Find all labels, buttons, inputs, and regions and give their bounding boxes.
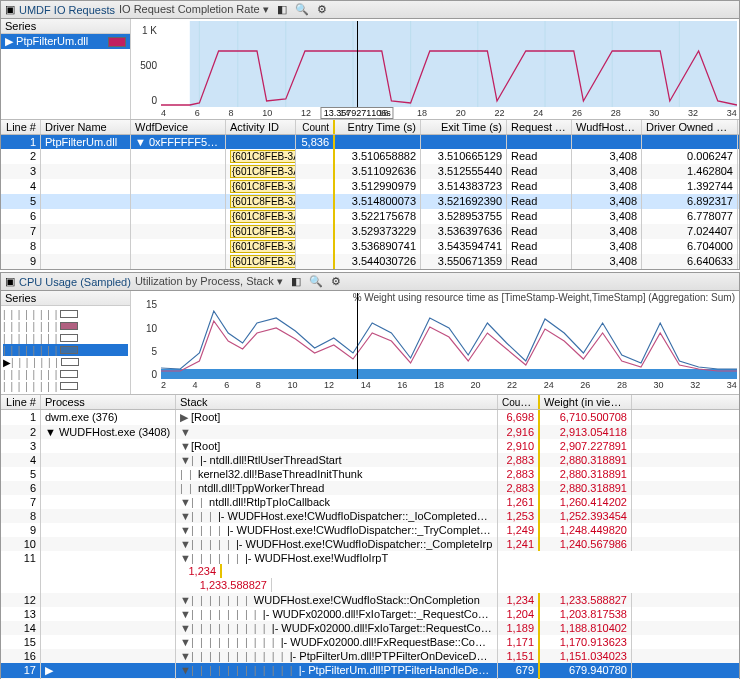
- col-hdr[interactable]: WudfHost PID: [572, 120, 642, 134]
- legend-row[interactable]: | | | | | | | |: [3, 368, 128, 380]
- search-icon[interactable]: 🔍: [295, 3, 309, 17]
- chart-icon[interactable]: ◧: [275, 3, 289, 17]
- svg-rect-0: [190, 21, 737, 107]
- col-hdr[interactable]: Stack: [176, 395, 498, 409]
- chart-io-rate[interactable]: Count per Second using resource time as …: [131, 19, 739, 119]
- col-hdr[interactable]: Driver Owned Duration (ms): [642, 120, 738, 134]
- y-tick: 15: [146, 299, 157, 310]
- table-row[interactable]: 11▼ | | | | | | |- WUDFHost.exe!WudfIoIr…: [1, 551, 739, 593]
- y-tick: 0: [151, 94, 157, 105]
- table-row[interactable]: 5{601C8FEB-3A8E-0...3.5148000733.5216923…: [1, 194, 739, 209]
- y-tick: 10: [146, 322, 157, 333]
- col-hdr[interactable]: Line #: [1, 120, 41, 134]
- series-item-ptpfilter[interactable]: ▶ PtpFilterUm.dll: [1, 34, 130, 49]
- panel-umdf-io: ▣ UMDF IO Requests IO Request Completion…: [0, 0, 740, 270]
- table-row[interactable]: 3▼ [Root]2,9102,907.227891: [1, 439, 739, 453]
- table-row[interactable]: 10▼ | | | | | |- WUDFHost.exe!CWudfIoDis…: [1, 537, 739, 551]
- grid2-body: 1dwm.exe (376)▶ [Root]6,6986,710.5007082…: [1, 410, 739, 679]
- table-row[interactable]: 2{601C8FEB-3A8E-0...3.5106588823.5106651…: [1, 149, 739, 164]
- table-row[interactable]: 4▼ | |- ntdll.dll!RtlUserThreadStart2,88…: [1, 453, 739, 467]
- series-header-2: Series: [1, 291, 130, 306]
- y-tick: 0: [151, 368, 157, 379]
- legend-row[interactable]: | | | | | | | |: [3, 380, 128, 392]
- panel1-subtitle[interactable]: IO Request Completion Rate ▾: [119, 3, 269, 16]
- legend-row[interactable]: ▶ | | | | | | |: [3, 356, 128, 368]
- series-header-1: Series: [1, 19, 130, 34]
- panel1-header[interactable]: ▣ UMDF IO Requests IO Request Completion…: [1, 1, 739, 19]
- legend-row[interactable]: | | | | | | | |: [3, 320, 128, 332]
- chart-cpu[interactable]: % Weight using resource time as [TimeSta…: [131, 291, 739, 391]
- y-tick: 1 K: [142, 24, 157, 35]
- col-hdr[interactable]: Entry Time (s): [335, 120, 421, 134]
- svg-rect-10: [161, 369, 737, 379]
- table-row[interactable]: 7▼ | | ntdll.dll!RtlpTpIoCallback1,2611,…: [1, 495, 739, 509]
- series-pane-1: Series ▶ PtpFilterUm.dll: [1, 19, 131, 119]
- col-hdr[interactable]: Weight (in view) (...: [540, 395, 632, 409]
- grid1-body: 1PtpFilterUm.dll▼ 0xFFFFFF5BE2DFB...5,83…: [1, 135, 739, 269]
- gear-icon[interactable]: ⚙: [315, 3, 329, 17]
- table-row[interactable]: 4{601C8FEB-3A8E-0...3.5129909793.5143837…: [1, 179, 739, 194]
- panel2-title: CPU Usage (Sampled): [19, 276, 131, 288]
- series-pane-2: Series | | | | | | | | | | | | | | | | |…: [1, 291, 131, 394]
- table-row[interactable]: 17▶ ▼ | | | | | | | | | | | | |- PtpFilt…: [1, 663, 739, 678]
- search-icon[interactable]: 🔍: [309, 275, 323, 289]
- table-row[interactable]: 1PtpFilterUm.dll▼ 0xFFFFFF5BE2DFB...5,83…: [1, 135, 739, 149]
- col-hdr[interactable]: Process: [41, 395, 176, 409]
- table-row[interactable]: 16▼ | | | | | | | | | | | |- PtpFilterUm…: [1, 649, 739, 663]
- close-icon[interactable]: ▣: [5, 3, 15, 16]
- chart2-svg: [161, 293, 737, 379]
- series-swatch: [108, 37, 126, 47]
- col-hdr[interactable]: WdfDevice: [131, 120, 226, 134]
- table-row[interactable]: 8{601C8FEB-3A8E-0...3.5368907413.5435947…: [1, 239, 739, 254]
- table-row[interactable]: 14▼ | | | | | | | | | |- WUDFx02000.dll!…: [1, 621, 739, 635]
- col-hdr[interactable]: Driver Name: [41, 120, 131, 134]
- col-hdr[interactable]: Count: [502, 396, 531, 408]
- table-row[interactable]: 15▼ | | | | | | | | | | |- WUDFx02000.dl…: [1, 635, 739, 649]
- col-hdr[interactable]: Activity ID: [226, 120, 296, 134]
- panel2-header[interactable]: ▣ CPU Usage (Sampled) Utilization by Pro…: [1, 273, 739, 291]
- legend-row[interactable]: | | | | | | | |: [3, 308, 128, 320]
- series-label: PtpFilterUm.dll: [16, 35, 88, 47]
- col-hdr[interactable]: Request Type: [507, 120, 572, 134]
- table-row[interactable]: 8▼ | | | |- WUDFHost.exe!CWudfIoDispatch…: [1, 509, 739, 523]
- x-axis-2: 246810121416182022242628303234: [161, 380, 737, 391]
- grid1-header[interactable]: Line # Driver Name WdfDevice Activity ID…: [1, 119, 739, 135]
- close-icon[interactable]: ▣: [5, 275, 15, 288]
- panel2-subtitle[interactable]: Utilization by Process, Stack ▾: [135, 275, 283, 288]
- panel1-title: UMDF IO Requests: [19, 4, 115, 16]
- col-hdr[interactable]: Exit Time (s): [421, 120, 507, 134]
- chart-icon[interactable]: ◧: [289, 275, 303, 289]
- grid2-header[interactable]: Line # Process Stack Count Sum Weight (i…: [1, 394, 739, 410]
- table-row[interactable]: 12▼ | | | | | | | WUDFHost.exe!CWudfIoSt…: [1, 593, 739, 607]
- table-row[interactable]: 9▼ | | | | |- WUDFHost.exe!CWudfIoDispat…: [1, 523, 739, 537]
- table-row[interactable]: 13▼ | | | | | | | | |- WUDFx02000.dll!Fx…: [1, 607, 739, 621]
- table-row[interactable]: 5| | kernel32.dll!BaseThreadInitThunk2,8…: [1, 467, 739, 481]
- table-row[interactable]: 2▼ WUDFHost.exe (3408)▼ 2,9162,913.05411…: [1, 425, 739, 439]
- legend-row[interactable]: | | | | | | | |: [3, 344, 128, 356]
- table-row[interactable]: 9{601C8FEB-3A8E-0...3.5440307263.5506713…: [1, 254, 739, 269]
- table-row[interactable]: 3{601C8FEB-3A8E-0...3.5110926363.5125554…: [1, 164, 739, 179]
- chart1-svg: [161, 21, 737, 107]
- table-row[interactable]: 1dwm.exe (376)▶ [Root]6,6986,710.500708: [1, 410, 739, 425]
- table-row[interactable]: 7{601C8FEB-3A8E-0...3.5293732293.5363976…: [1, 224, 739, 239]
- gear-icon[interactable]: ⚙: [329, 275, 343, 289]
- table-row[interactable]: 6{601C8FEB-3A8E-0...3.5221756783.5289537…: [1, 209, 739, 224]
- y-tick: 5: [151, 345, 157, 356]
- panel-cpu-usage: ▣ CPU Usage (Sampled) Utilization by Pro…: [0, 272, 740, 679]
- y-tick: 500: [140, 59, 157, 70]
- time-cursor[interactable]: [357, 293, 358, 379]
- legend-row[interactable]: | | | | | | | |: [3, 332, 128, 344]
- table-row[interactable]: 6| | ntdll.dll!TppWorkerThread2,8832,880…: [1, 481, 739, 495]
- col-hdr[interactable]: Count: [302, 122, 329, 133]
- time-cursor[interactable]: 13.3579271106s: [357, 21, 358, 107]
- x-axis-1: 46810121416182022242628303234: [161, 108, 737, 119]
- col-hdr[interactable]: Line #: [1, 395, 41, 409]
